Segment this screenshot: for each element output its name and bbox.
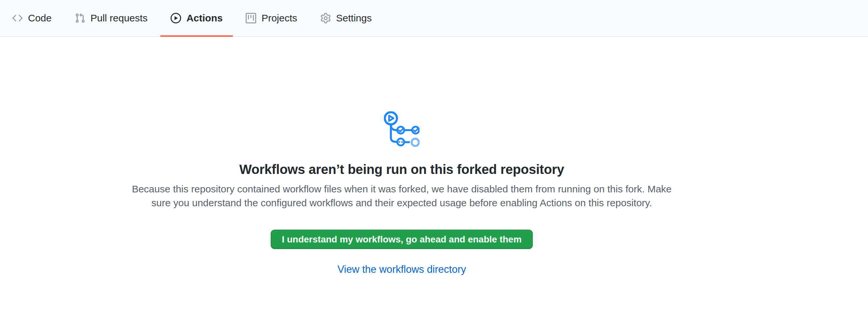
gear-icon	[320, 13, 331, 23]
repo-tab-nav: Code Pull requests Actions Projects Sett…	[0, 0, 868, 37]
tab-code[interactable]: Code	[2, 0, 62, 36]
tab-settings[interactable]: Settings	[310, 0, 382, 36]
workflow-graph-icon	[384, 111, 420, 147]
tab-projects[interactable]: Projects	[236, 0, 307, 36]
empty-state-title: Workflows aren’t being run on this forke…	[239, 162, 564, 177]
code-icon	[12, 13, 23, 23]
project-board-icon	[246, 13, 256, 23]
tab-projects-label: Projects	[261, 13, 297, 23]
tab-pull-requests-label: Pull requests	[91, 13, 148, 23]
tab-code-label: Code	[28, 13, 52, 23]
tab-pull-requests[interactable]: Pull requests	[65, 0, 158, 36]
tab-settings-label: Settings	[336, 13, 372, 23]
actions-empty-state: Workflows aren’t being run on this forke…	[0, 37, 803, 275]
git-pull-request-icon	[75, 13, 85, 23]
tab-actions[interactable]: Actions	[160, 0, 233, 36]
play-circle-icon	[170, 13, 181, 23]
enable-workflows-button[interactable]: I understand my workflows, go ahead and …	[271, 229, 533, 249]
empty-state-description: Because this repository contained workfl…	[128, 182, 675, 210]
tab-actions-label: Actions	[186, 13, 223, 23]
view-workflows-directory-link[interactable]: View the workflows directory	[338, 263, 466, 275]
